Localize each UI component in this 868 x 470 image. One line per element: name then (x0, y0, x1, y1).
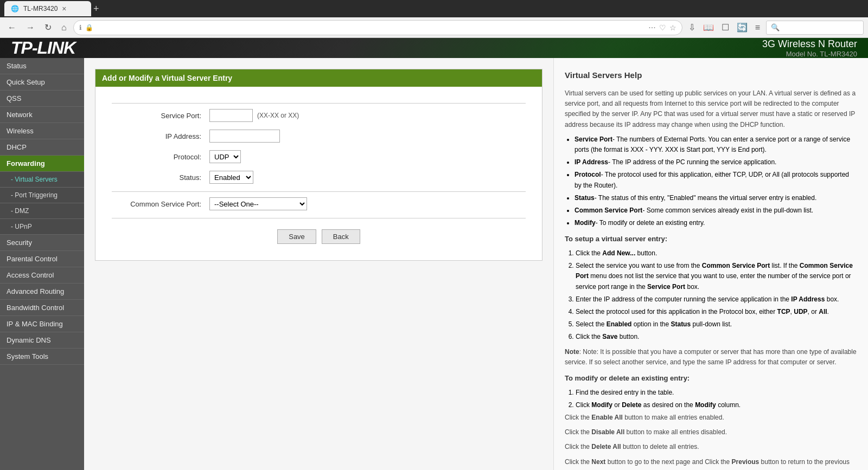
sidebar-item-forwarding[interactable]: Forwarding (0, 156, 84, 172)
address-bar[interactable]: ℹ 🔒 192.168.1.1 ··· ♡ ☆ (73, 20, 682, 35)
router-info: 3G Wireless N Router Model No. TL-MR3420 (762, 38, 857, 58)
address-extra-icon: ··· (648, 23, 655, 33)
help-bullet-item: Common Service Port- Some common service… (575, 205, 857, 216)
status-row: Status: EnabledDisabled (112, 171, 526, 184)
protocol-input-group: TCPUDPAll (209, 150, 241, 163)
service-port-input-group: 37778 (XX-XX or XX) (209, 109, 299, 122)
setup-step-item: Click the Add New... button. (576, 248, 857, 259)
modify-step-item: Find the desired entry in the table. (576, 388, 857, 398)
setup-steps-list: Click the Add New... button.Select the s… (576, 248, 857, 343)
address-lock-icon: 🔒 (85, 24, 93, 31)
home-button[interactable]: ⌂ (58, 21, 70, 35)
service-port-label: Service Port: (112, 112, 209, 120)
common-service-port-label: Common Service Port: (112, 200, 209, 208)
ip-address-input[interactable]: 192.168.1.110 (209, 130, 280, 143)
address-input[interactable]: 192.168.1.1 (97, 23, 646, 31)
setup-step-item: Click the Save button. (576, 332, 857, 342)
sidebar-item-ip-mac-binding[interactable]: IP & MAC Binding (0, 316, 84, 332)
common-service-port-select[interactable]: --Select One-- (209, 197, 307, 210)
sidebar-item-quick-setup[interactable]: Quick Setup (0, 74, 84, 91)
tab-bar: 🌐 TL-MR3420 × + (0, 0, 868, 17)
sidebar-item-dhcp[interactable]: DHCP (0, 139, 84, 156)
sidebar-item-qss[interactable]: QSS (0, 91, 84, 107)
sidebar-item-port-triggering[interactable]: - Port Triggering (0, 188, 84, 203)
sidebar-item-bandwidth-control[interactable]: Bandwidth Control (0, 300, 84, 316)
service-port-input[interactable]: 37778 (209, 109, 253, 122)
tab-close-button[interactable]: × (62, 4, 66, 13)
active-tab[interactable]: 🌐 TL-MR3420 × (4, 1, 91, 16)
form-title: Add or Modify a Virtual Server Entry (95, 69, 542, 87)
common-service-port-row: Common Service Port: --Select One-- (112, 197, 526, 210)
help-title: Virtual Servers Help (565, 69, 857, 82)
forward-button[interactable]: → (23, 21, 38, 35)
enable-all-text: Click the Enable All button to make all … (565, 413, 857, 423)
service-port-row: Service Port: 37778 (XX-XX or XX) (112, 109, 526, 122)
main-content: Add or Modify a Virtual Server Entry Ser… (84, 58, 553, 470)
common-service-port-input-group: --Select One-- (209, 197, 307, 210)
content-area: StatusQuick SetupQSSNetworkWirelessDHCPF… (0, 58, 868, 470)
address-info-icon: ℹ (79, 24, 82, 31)
window-icon[interactable]: ☐ (719, 21, 732, 34)
next-prev-text: Click the Next button to go to the next … (565, 457, 857, 470)
help-bullet-item: Modify- To modify or delete an existing … (575, 218, 857, 228)
help-bullet-item: Protocol- The protocol used for this app… (575, 170, 857, 190)
sidebar-item-wireless[interactable]: Wireless (0, 123, 84, 139)
download-icon[interactable]: ⇩ (686, 21, 698, 34)
sidebar: StatusQuick SetupQSSNetworkWirelessDHCPF… (0, 58, 84, 470)
sidebar-item-access-control[interactable]: Access Control (0, 267, 84, 284)
save-button[interactable]: Save (277, 229, 316, 244)
help-section: Virtual Servers Help Virtual servers can… (553, 58, 868, 470)
search-input[interactable]: Szukaj (782, 24, 858, 31)
setup-title: To setup a virtual server entry: (565, 234, 857, 245)
back-button[interactable]: Back (322, 229, 360, 244)
bookmark-heart-icon: ♡ (659, 23, 666, 32)
status-select[interactable]: EnabledDisabled (209, 171, 253, 184)
help-bullet-item: Service Port- The numbers of External Po… (575, 134, 857, 155)
sidebar-item-status[interactable]: Status (0, 58, 84, 74)
modify-title: To modify or delete an existing entry: (565, 373, 857, 384)
browser-chrome: 🌐 TL-MR3420 × + ← → ↻ ⌂ ℹ 🔒 192.168.1.1 … (0, 0, 868, 38)
protocol-row: Protocol: TCPUDPAll (112, 150, 526, 163)
back-button[interactable]: ← (4, 21, 20, 35)
search-icon: 🔍 (771, 23, 780, 31)
sidebar-item-advanced-routing[interactable]: Advanced Routing (0, 284, 84, 300)
help-bullets-list: Service Port- The numbers of External Po… (575, 134, 857, 229)
new-tab-button[interactable]: + (93, 3, 99, 15)
form-buttons: Save Back (112, 224, 526, 249)
sidebar-item-system-tools[interactable]: System Tools (0, 349, 84, 365)
sync-icon[interactable]: 🔄 (734, 21, 750, 34)
sidebar-item-upnp[interactable]: - UPnP (0, 219, 84, 235)
header: TP-LINK 3G Wireless N Router Model No. T… (0, 38, 868, 58)
sidebar-item-security[interactable]: Security (0, 235, 84, 251)
sidebar-item-dmz[interactable]: - DMZ (0, 203, 84, 219)
refresh-button[interactable]: ↻ (41, 20, 55, 35)
page: TP-LINK 3G Wireless N Router Model No. T… (0, 38, 868, 470)
protocol-select[interactable]: TCPUDPAll (209, 150, 241, 163)
bookmarks-icon[interactable]: 📖 (700, 21, 717, 34)
sidebar-item-network[interactable]: Network (0, 107, 84, 123)
setup-step-item: Select the Enabled option in the Status … (576, 319, 857, 330)
delete-all-text: Click the Delete All button to delete al… (565, 442, 857, 452)
service-port-hint: (XX-XX or XX) (257, 112, 299, 119)
protocol-label: Protocol: (112, 153, 209, 161)
status-input-group: EnabledDisabled (209, 171, 253, 184)
sidebar-item-virtual-servers[interactable]: - Virtual Servers (0, 172, 84, 188)
search-bar[interactable]: 🔍 Szukaj (766, 21, 864, 35)
star-icon: ☆ (669, 23, 676, 32)
tab-favicon: 🌐 (11, 5, 19, 12)
modify-steps-list: Find the desired entry in the table.Clic… (576, 388, 857, 410)
ip-address-label: IP Address: (112, 132, 209, 140)
ip-address-input-group: 192.168.1.110 (209, 130, 280, 143)
sidebar-item-dynamic-dns[interactable]: Dynamic DNS (0, 332, 84, 349)
help-intro: Virtual servers can be used for setting … (565, 88, 857, 130)
help-note: Note: Note: It is possible that you have… (565, 347, 857, 368)
sidebar-item-parental-control[interactable]: Parental Control (0, 251, 84, 267)
browser-toolbar: ← → ↻ ⌂ ℹ 🔒 192.168.1.1 ··· ♡ ☆ ⇩ 📖 ☐ 🔄 … (0, 17, 868, 38)
toolbar-icons: ⇩ 📖 ☐ 🔄 ≡ (686, 21, 763, 34)
menu-icon[interactable]: ≡ (752, 21, 763, 34)
help-bullet-item: IP Address- The IP address of the PC run… (575, 157, 857, 168)
modify-step-item: Click Modify or Delete as desired on the… (576, 400, 857, 410)
form-body: Service Port: 37778 (XX-XX or XX) IP Add… (95, 87, 542, 260)
status-label: Status: (112, 173, 209, 182)
model-number: Model No. TL-MR3420 (762, 50, 857, 58)
